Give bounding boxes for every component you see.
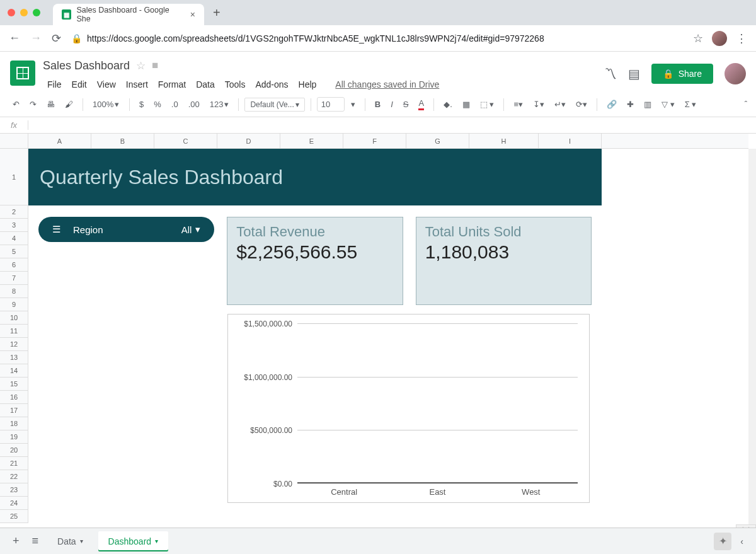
column-header[interactable]: B — [91, 134, 154, 148]
menu-format[interactable]: Format — [154, 77, 190, 92]
text-wrap-button[interactable]: ↵▾ — [551, 97, 570, 112]
decrease-decimal-button[interactable]: .0 — [168, 97, 182, 112]
row-header[interactable]: 1 — [0, 149, 28, 205]
vertical-align-button[interactable]: ↧▾ — [529, 97, 548, 112]
row-header[interactable]: 9 — [0, 298, 28, 311]
row-header[interactable]: 12 — [0, 338, 28, 351]
row-header[interactable]: 8 — [0, 285, 28, 298]
maximize-window-button[interactable] — [33, 9, 40, 16]
increase-decimal-button[interactable]: .00 — [185, 97, 203, 112]
account-avatar[interactable] — [724, 63, 746, 84]
minimize-window-button[interactable] — [20, 9, 28, 16]
back-button[interactable]: ← — [9, 32, 20, 45]
fill-color-button[interactable]: ◆. — [440, 97, 456, 112]
reload-button[interactable]: ⟳ — [52, 32, 61, 45]
column-header[interactable]: G — [406, 134, 469, 148]
row-header[interactable]: 4 — [0, 232, 28, 245]
print-button[interactable]: 🖶 — [43, 97, 59, 112]
browser-menu-icon[interactable]: ⋮ — [736, 32, 747, 45]
new-tab-button[interactable]: + — [213, 6, 220, 20]
menu-file[interactable]: File — [43, 77, 66, 92]
explore-button[interactable]: ✦ — [714, 533, 731, 550]
percent-button[interactable]: % — [150, 97, 165, 112]
collapse-toolbar-icon[interactable]: ˆ — [745, 100, 747, 109]
vertical-scrollbar[interactable] — [748, 149, 756, 524]
row-header[interactable]: 20 — [0, 444, 28, 457]
select-all-corner[interactable] — [0, 134, 28, 149]
star-icon[interactable]: ☆ — [136, 59, 146, 72]
row-header[interactable]: 13 — [0, 351, 28, 364]
menu-tools[interactable]: Tools — [220, 77, 250, 92]
row-header[interactable]: 10 — [0, 311, 28, 325]
zoom-dropdown[interactable]: 100% ▾ — [89, 97, 123, 112]
number-format-dropdown[interactable]: 123▾ — [206, 97, 233, 112]
borders-button[interactable]: ▦ — [459, 97, 474, 112]
comments-icon[interactable]: ▤ — [628, 66, 640, 81]
column-header[interactable]: C — [154, 134, 217, 148]
bookmark-star-icon[interactable]: ☆ — [693, 32, 703, 45]
undo-button[interactable]: ↶ — [9, 97, 23, 112]
side-panel-toggle[interactable]: ‹ — [736, 533, 747, 550]
row-header[interactable]: 23 — [0, 483, 28, 497]
close-tab-icon[interactable]: × — [190, 9, 195, 20]
insert-comment-button[interactable]: ✚ — [623, 97, 638, 112]
italic-button[interactable]: I — [387, 97, 397, 112]
font-size-input[interactable]: 10 — [317, 97, 345, 112]
row-header[interactable]: 11 — [0, 325, 28, 338]
insert-link-button[interactable]: 🔗 — [603, 97, 621, 112]
row-header[interactable]: 5 — [0, 245, 28, 258]
row-header[interactable]: 25 — [0, 510, 28, 523]
text-rotation-button[interactable]: ⟳▾ — [572, 97, 591, 112]
insert-chart-button[interactable]: ▥ — [640, 97, 655, 112]
column-header[interactable]: A — [28, 134, 91, 148]
font-size-caret-icon[interactable]: ▾ — [347, 97, 359, 112]
add-sheet-button[interactable]: + — [9, 531, 23, 551]
menu-edit[interactable]: Edit — [67, 77, 91, 92]
column-header[interactable]: D — [217, 134, 280, 148]
row-header[interactable]: 19 — [0, 430, 28, 444]
column-header[interactable]: E — [280, 134, 343, 148]
menu-data[interactable]: Data — [192, 77, 219, 92]
functions-button[interactable]: Σ ▾ — [681, 97, 701, 112]
formula-input[interactable] — [28, 120, 756, 130]
row-header[interactable]: 22 — [0, 470, 28, 483]
menu-view[interactable]: View — [93, 77, 120, 92]
close-window-button[interactable] — [8, 9, 15, 16]
column-header[interactable]: H — [469, 134, 539, 148]
region-filter-dropdown[interactable]: ☰ Region All▾ — [38, 217, 214, 242]
all-sheets-button[interactable]: ≡ — [28, 531, 43, 551]
filter-button[interactable]: ▽ ▾ — [658, 97, 679, 112]
column-header[interactable]: I — [539, 134, 602, 148]
row-header[interactable]: 24 — [0, 497, 28, 510]
forward-button[interactable]: → — [30, 32, 42, 45]
sheet-content[interactable]: Quarterly Sales Dashboard ☰ Region All▾ … — [28, 149, 748, 533]
row-header[interactable]: 21 — [0, 457, 28, 470]
move-folder-icon[interactable]: ■ — [152, 59, 158, 72]
row-header[interactable]: 17 — [0, 404, 28, 417]
row-header[interactable]: 3 — [0, 219, 28, 232]
font-dropdown[interactable]: Default (Ve... ▾ — [244, 98, 304, 112]
merge-cells-button[interactable]: ⬚ ▾ — [476, 97, 498, 112]
browser-tab[interactable]: ▦ Sales Dashboard - Google She × — [53, 4, 204, 25]
activity-icon[interactable]: 〽 — [604, 67, 617, 81]
row-header[interactable]: 14 — [0, 364, 28, 378]
currency-button[interactable]: $ — [135, 97, 147, 112]
text-color-button[interactable]: A — [415, 96, 428, 113]
menu-insert[interactable]: Insert — [122, 77, 152, 92]
browser-profile-avatar[interactable] — [712, 31, 727, 46]
row-header[interactable]: 18 — [0, 417, 28, 430]
row-header[interactable]: 15 — [0, 378, 28, 391]
row-header[interactable]: 7 — [0, 272, 28, 285]
redo-button[interactable]: ↷ — [26, 97, 40, 112]
row-header[interactable]: 16 — [0, 391, 28, 404]
share-button[interactable]: 🔒 Share — [651, 64, 713, 84]
row-header[interactable]: 2 — [0, 205, 28, 219]
sheet-tab-data[interactable]: Data ▾ — [47, 531, 93, 551]
horizontal-align-button[interactable]: ≡▾ — [510, 97, 527, 112]
column-header[interactable]: F — [343, 134, 406, 148]
row-header[interactable]: 6 — [0, 258, 28, 272]
sheet-tab-dashboard[interactable]: Dashboard ▾ — [98, 531, 169, 551]
document-title[interactable]: Sales Dashboard — [43, 59, 130, 72]
strikethrough-button[interactable]: S — [399, 97, 413, 112]
revenue-bar-chart[interactable]: $1,500,000.00$1,000,000.00$500,000.00$0.… — [227, 314, 590, 503]
